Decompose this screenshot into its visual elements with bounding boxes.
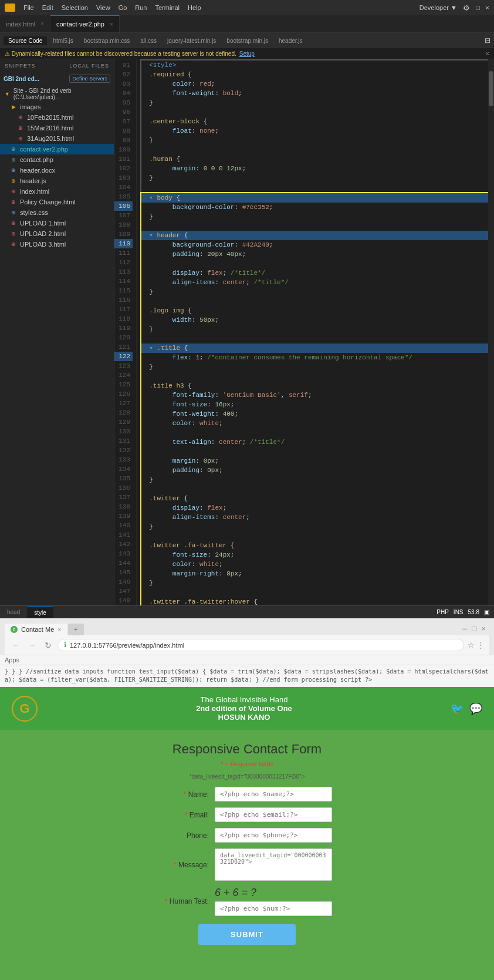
browser-nav-bar: ← → ↻ ℹ 127.0.0.1:57766/preview/app/inde… [5, 635, 489, 655]
file-tab-source[interactable]: Source Code [4, 36, 47, 45]
menu-file[interactable]: File [23, 4, 34, 11]
sidebar-tree: ▼ Site - GBI 2nd ed verb (C:\Users\julec… [0, 85, 114, 251]
add-tab-label: + [74, 626, 77, 633]
menu-selection[interactable]: Selection [62, 4, 88, 11]
file-tab-bootstrap-js[interactable]: bootstrap.min.js [222, 36, 273, 45]
forward-button[interactable]: → [26, 639, 39, 651]
menu-help[interactable]: Help [188, 4, 201, 11]
sidebar-item-policy[interactable]: ⊕ Policy Change.html [0, 197, 114, 207]
sidebar-item-upload3[interactable]: ⊕ UPLOAD 3.html [0, 239, 114, 250]
form-group-name: * Name: [23, 787, 471, 801]
sidebar-item-header-js[interactable]: ⊕ header.js [0, 176, 114, 186]
browser-minimize-btn[interactable]: ─ [462, 624, 467, 633]
file-tab-html5[interactable]: html5.js [48, 36, 77, 45]
browser-tab-contact[interactable]: C Contact Me × [5, 624, 67, 635]
submit-button[interactable]: SUBMIT [198, 924, 296, 945]
editor-bottom-tabs: head style PHP INS 53:8 ▣ [0, 605, 494, 618]
html-file-icon8: ⊕ [9, 240, 18, 248]
tab-close-contact[interactable]: × [110, 21, 113, 28]
browser-close-btn[interactable]: × [481, 624, 486, 633]
twitter-icon[interactable]: 🐦 [451, 702, 463, 715]
menu-edit[interactable]: Edit [42, 4, 53, 11]
project-row: GBI 2nd ed... Define Servers [0, 72, 114, 85]
sidebar-item-index[interactable]: ⊕ index.html [0, 186, 114, 197]
files-label: Local Files [69, 63, 109, 69]
bottom-tab-head[interactable]: head [0, 606, 27, 618]
folder-icon: ▶ [9, 103, 18, 111]
file-tab-header-js[interactable]: header.js [274, 36, 307, 45]
url-bar[interactable]: ℹ 127.0.0.1:57766/preview/app/index.html [57, 639, 464, 651]
sidebar-item-contact[interactable]: ⊕ contact.php [0, 154, 114, 165]
define-servers-btn[interactable]: Define Servers [69, 75, 110, 83]
sidebar-item-15mar[interactable]: ⊕ 15Mar2016.html [0, 123, 114, 133]
sidebar-item-site-root[interactable]: ▼ Site - GBI 2nd ed verb (C:\Users\julec… [0, 86, 114, 102]
bottom-tab-style[interactable]: style [27, 606, 53, 618]
file-label: header.docx [20, 167, 55, 174]
developer-menu[interactable]: Developer ▼ [419, 4, 457, 11]
html-file-icon2: ⊕ [16, 124, 25, 132]
comment-icon[interactable]: 💬 [469, 702, 482, 715]
name-label: * Name: [162, 790, 215, 799]
settings-icon[interactable]: ⚙ [463, 4, 470, 12]
site-title-area: The Global Invisible Hand 2nd edition of… [38, 695, 451, 722]
back-button[interactable]: ← [9, 639, 22, 651]
star-button[interactable]: ☆ [468, 641, 475, 649]
sidebar-item-styles[interactable]: ⊕ styles.css [0, 207, 114, 218]
sidebar: Snippets Local Files GBI 2nd ed... Defin… [0, 59, 114, 605]
code-block-body: ▾ body { background-color: #7ec352; } ▾ … [141, 193, 489, 605]
tab-index-html[interactable]: index.html × [0, 15, 50, 32]
message-textarea[interactable] [215, 848, 332, 881]
sidebar-item-upload1[interactable]: ⊕ UPLOAD 1.html [0, 218, 114, 228]
browser-tab-favicon: C [11, 626, 18, 633]
close-icon[interactable]: × [486, 4, 489, 11]
filter-icon[interactable]: ⊟ [485, 36, 490, 45]
captcha-row: * Human Test: 6 + 6 = ? [23, 887, 471, 916]
message-label: * Message: [162, 861, 215, 869]
code-content[interactable]: <style> .required { color: red; font-wei… [137, 59, 494, 605]
browser-tab-close[interactable]: × [57, 627, 61, 633]
sidebar-item-10feb[interactable]: ⊕ 10Feb2015.html [0, 112, 114, 123]
email-input[interactable] [215, 807, 332, 822]
menu-run[interactable]: Run [135, 4, 147, 11]
captcha-equation: 6 + 6 = ? [215, 887, 332, 899]
app-logo [5, 4, 15, 12]
sidebar-item-contact-ver2[interactable]: ⊕ contact-ver2.php [0, 144, 114, 154]
captcha-input[interactable] [215, 901, 332, 916]
html-file-icon: ⊕ [16, 113, 25, 122]
file-tab-all-css[interactable]: all.css [136, 36, 161, 45]
tab-close-index[interactable]: × [40, 21, 44, 27]
site-root-label: Site - GBI 2nd ed verb (C:\Users\juleci)… [13, 87, 109, 100]
sidebar-item-images[interactable]: ▶ images [0, 102, 114, 112]
tab-contact-php[interactable]: contact-ver2.php × [50, 15, 120, 32]
file-tab-bootstrap-css[interactable]: bootstrap.min.css [79, 36, 134, 45]
browser-maximize-btn[interactable]: □ [472, 624, 477, 633]
file-tabs-bar: Source Code html5.js bootstrap.min.css a… [0, 33, 494, 48]
setup-link[interactable]: Setup [239, 50, 255, 57]
sidebar-item-header-docx[interactable]: ⊕ header.docx [0, 165, 114, 176]
html-file-icon5: ⊕ [9, 198, 18, 206]
refresh-button[interactable]: ↻ [42, 639, 54, 651]
sidebar-item-31aug[interactable]: ⊕ 31Aug2015.html [0, 133, 114, 144]
php-file-icon: ⊕ [9, 145, 18, 153]
scrollbar-thumb[interactable] [489, 71, 493, 106]
sidebar-item-upload2[interactable]: ⊕ UPLOAD 2.html [0, 228, 114, 239]
apps-bar: Apps [0, 655, 494, 665]
file-tab-jquery[interactable]: jquery-latest.min.js [163, 36, 221, 45]
scrollbar-track[interactable] [488, 59, 494, 605]
menu-view[interactable]: View [96, 4, 110, 11]
active-file-label: contact-ver2.php [20, 146, 68, 153]
more-button[interactable]: ⋮ [477, 641, 485, 649]
site-header: G The Global Invisible Hand 2nd edition … [0, 687, 494, 730]
code-editor[interactable]: 9192939495 96979899100 101102103104105 1… [114, 59, 494, 605]
phone-input[interactable] [215, 828, 332, 843]
menu-go[interactable]: Go [119, 4, 127, 11]
warning-close-icon[interactable]: × [486, 50, 489, 57]
menu-terminal[interactable]: Terminal [155, 4, 180, 11]
browser-add-tab[interactable]: + [68, 624, 83, 635]
project-name[interactable]: GBI 2nd ed... [4, 76, 39, 82]
form-group-phone: Phone: [23, 828, 471, 843]
tab-label: index.html [6, 21, 35, 28]
email-label: * Email: [162, 811, 215, 819]
maximize-icon[interactable]: □ [476, 4, 480, 11]
name-input[interactable] [215, 787, 332, 801]
